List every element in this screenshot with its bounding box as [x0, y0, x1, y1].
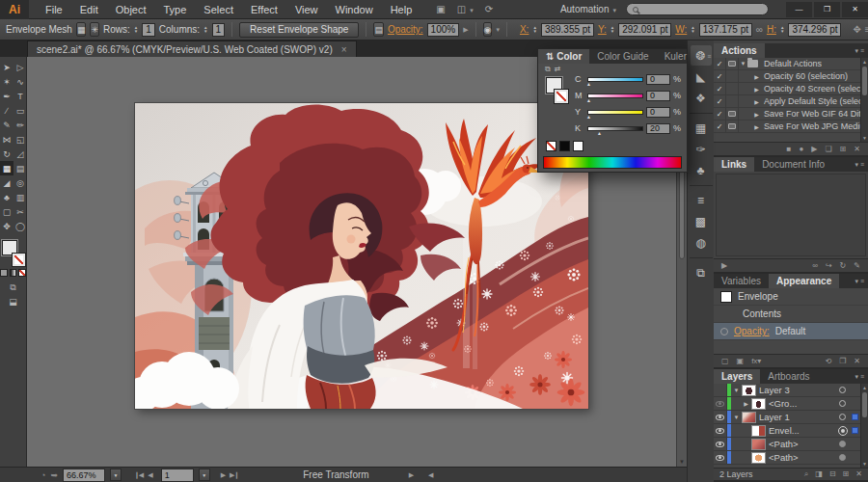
next-artboard-button[interactable]: ▶	[221, 471, 225, 479]
make-mask-icon[interactable]: ◨	[815, 469, 823, 479]
opacity-field[interactable]: 100%	[427, 23, 460, 37]
tab-actions[interactable]: Actions	[714, 43, 765, 58]
symbol-sprayer-tool[interactable]: ♣	[0, 190, 14, 204]
expand-arrow-icon[interactable]: ▶	[752, 123, 761, 130]
delete-item-icon[interactable]: ✕	[854, 357, 860, 365]
opacity-link[interactable]: Opacity:	[388, 24, 423, 35]
h-stepper[interactable]: ▲▼	[780, 26, 784, 34]
menu-file[interactable]: File	[37, 0, 71, 19]
layer-row-layer3[interactable]: ▼ Layer 3	[714, 384, 868, 397]
menu-effect[interactable]: Effect	[242, 0, 286, 19]
mesh-reset-icon[interactable]: ✳	[90, 22, 99, 37]
tab-close-icon[interactable]: ×	[341, 44, 347, 55]
menu-select[interactable]: Select	[195, 0, 242, 19]
new-action-icon[interactable]: ⊞	[840, 145, 847, 153]
paintbrush-tool[interactable]: ✎	[0, 118, 14, 132]
visibility-cell[interactable]	[714, 438, 727, 450]
action-modal-icon[interactable]	[726, 120, 739, 132]
x-field[interactable]: 389.355 pt	[541, 23, 594, 37]
document-tab[interactable]: scene2.ai* @ 66.67% (CMYK/Preview/U.S. W…	[27, 40, 357, 57]
white-swatch[interactable]	[573, 141, 583, 151]
yellow-slider[interactable]: ▲	[587, 110, 643, 115]
tab-document-info[interactable]: Document Info	[754, 157, 832, 172]
action-check-icon[interactable]: ✓	[714, 83, 726, 94]
add-effect-icon[interactable]: fx▾	[751, 357, 761, 365]
delete-layer-icon[interactable]: ✕	[855, 469, 862, 479]
gradient-button[interactable]	[10, 269, 17, 277]
expand-arrow-icon[interactable]: ▼	[731, 415, 742, 420]
opacity-flyout-icon[interactable]: ▶	[463, 26, 468, 34]
action-modal-icon[interactable]	[726, 58, 739, 69]
zoom-tool[interactable]: ◯	[14, 219, 27, 233]
zoom-dropdown-icon[interactable]: ▼	[110, 469, 122, 481]
eye-icon[interactable]	[716, 442, 724, 447]
minimize-button[interactable]: —	[786, 2, 812, 17]
tab-color[interactable]: ⇅ Color	[538, 49, 589, 64]
line-tool[interactable]: ∕	[0, 103, 14, 118]
style-panel-icon[interactable]: ▤	[373, 22, 384, 37]
layer-row-layer1[interactable]: ▼ Layer 1	[714, 411, 868, 424]
action-row[interactable]: ✓ ▶ Apply Default Style (selecti...	[714, 95, 868, 108]
action-row[interactable]: ✓ ▼ Default Actions	[714, 58, 868, 70]
layer-row-path1[interactable]: <Path>	[714, 438, 868, 451]
expand-arrow-icon[interactable]: ▶	[752, 73, 761, 80]
action-modal-cell[interactable]	[726, 95, 739, 107]
stroke-swatch[interactable]	[13, 254, 25, 266]
h-field[interactable]: 374.296 pt	[788, 23, 841, 37]
target-icon[interactable]	[835, 454, 850, 461]
yellow-value-field[interactable]: 0	[646, 107, 670, 118]
prev-artboard-button[interactable]: ◀	[148, 471, 151, 479]
status-export-icon[interactable]: ➥	[50, 470, 58, 480]
new-set-icon[interactable]: ❏	[825, 145, 831, 153]
slice-tool[interactable]: ✂	[14, 204, 27, 219]
color-panel-menu-icon[interactable]: ≫≡	[694, 49, 715, 64]
stroke-proxy-swatch[interactable]	[555, 90, 568, 103]
expand-arrow-icon[interactable]: ▶	[752, 98, 761, 105]
expand-arrow-icon[interactable]: ▼	[739, 61, 747, 67]
layers-scrollbar[interactable]: ▲ ▼	[860, 384, 868, 468]
none-button[interactable]	[18, 269, 26, 277]
reference-point-icon[interactable]	[514, 24, 516, 36]
brushes-panel-icon[interactable]: ✑	[691, 139, 712, 159]
drawing-mode-button[interactable]: ⧉	[10, 282, 15, 293]
update-link-icon[interactable]: ↻	[840, 261, 847, 270]
screen-mode-button[interactable]: ⬓	[9, 297, 17, 307]
fill-stroke-toggle-icon[interactable]: ⧉⇄	[545, 65, 564, 74]
columns-stepper[interactable]: ▲▼	[203, 26, 207, 34]
stroke-panel-icon[interactable]: ≡	[691, 190, 712, 210]
lasso-tool[interactable]: ∿	[14, 74, 27, 89]
action-check-icon[interactable]: ✓	[714, 58, 726, 69]
target-icon[interactable]	[835, 400, 850, 407]
links-flyout-icon[interactable]: ▶	[721, 261, 727, 270]
action-row[interactable]: ✓ ▶ Opacity 60 (selection)	[714, 70, 868, 83]
expand-arrow-icon[interactable]: ▶	[752, 111, 761, 118]
scroll-down-icon[interactable]: ▼	[677, 459, 687, 465]
layer-row-envelope[interactable]: Envel...	[714, 424, 868, 438]
action-check-icon[interactable]: ✓	[714, 120, 726, 132]
visibility-cell[interactable]	[714, 411, 727, 423]
magenta-slider[interactable]: ▲	[587, 94, 643, 98]
status-flyout-icon[interactable]: ▶	[409, 471, 414, 479]
hand-tool[interactable]: ✥	[0, 219, 14, 233]
x-label[interactable]: X:	[520, 24, 529, 35]
links-panel-menu-icon[interactable]: ▾≡	[851, 157, 868, 172]
expand-arrow-icon[interactable]: ▼	[731, 388, 742, 393]
links-panel-icon[interactable]: ⧉	[691, 262, 712, 282]
action-row[interactable]: ✓ ▶ Save For Web GIF 64 Dithe...	[714, 108, 868, 120]
clear-appearance-icon[interactable]: ⟲	[825, 357, 831, 365]
layer-label[interactable]: Envel...	[769, 425, 835, 436]
layer-label[interactable]: Layer 1	[759, 412, 835, 422]
color-guide-panel-icon[interactable]: ◣	[691, 67, 712, 87]
transform-icon[interactable]: ✥	[853, 24, 860, 35]
menu-object[interactable]: Object	[107, 0, 155, 19]
visibility-cell[interactable]	[714, 384, 727, 396]
cyan-slider[interactable]: ▲	[587, 77, 643, 82]
status-proof-icon[interactable]: ◔	[41, 470, 45, 480]
mesh-tool[interactable]: ▦	[0, 161, 14, 175]
appearance-panel-menu-icon[interactable]: ▾≡	[851, 274, 868, 288]
rows-stepper[interactable]: ▲▼	[134, 26, 138, 34]
layer-row-path2[interactable]: <Path>	[714, 451, 868, 465]
action-modal-cell[interactable]	[726, 83, 739, 94]
action-check-icon[interactable]: ✓	[714, 108, 726, 120]
restore-button[interactable]: ❒	[814, 2, 840, 17]
